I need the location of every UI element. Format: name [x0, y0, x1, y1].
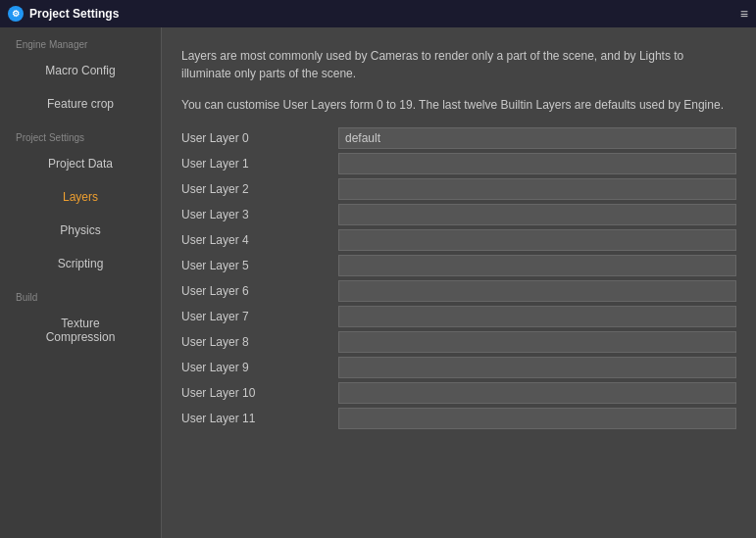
- sidebar-item-feature-crop[interactable]: Feature crop: [0, 87, 161, 121]
- content-area: Layers are most commonly used by Cameras…: [162, 27, 756, 538]
- layer-row: User Layer 8: [181, 331, 736, 353]
- sidebar-item-layers[interactable]: Layers: [0, 180, 161, 214]
- layer-row: User Layer 10: [181, 382, 736, 404]
- layer-label-9: User Layer 9: [181, 361, 338, 374]
- layer-label-4: User Layer 4: [181, 233, 338, 247]
- icon-symbol: ⚙: [12, 9, 20, 19]
- layer-row: User Layer 6: [181, 280, 736, 302]
- layer-input-10[interactable]: [338, 382, 736, 404]
- layer-row: User Layer 2: [181, 178, 736, 200]
- layer-input-5[interactable]: [338, 255, 736, 276]
- layer-input-8[interactable]: [338, 331, 736, 353]
- layer-row: User Layer 0: [181, 127, 736, 149]
- menu-icon[interactable]: ≡: [740, 6, 748, 22]
- project-settings-label: Project Settings: [0, 121, 161, 147]
- layer-row: User Layer 7: [181, 306, 736, 327]
- layer-row: User Layer 4: [181, 229, 736, 251]
- build-label: Build: [0, 280, 161, 307]
- layer-input-3[interactable]: [338, 204, 736, 225]
- layer-label-3: User Layer 3: [181, 208, 338, 221]
- sidebar-item-physics[interactable]: Physics: [0, 214, 161, 247]
- layer-input-0[interactable]: [338, 127, 736, 149]
- layer-input-7[interactable]: [338, 306, 736, 327]
- layer-label-11: User Layer 11: [181, 412, 338, 425]
- layer-row: User Layer 9: [181, 357, 736, 378]
- layer-label-8: User Layer 8: [181, 335, 338, 349]
- layer-label-5: User Layer 5: [181, 259, 338, 272]
- main-layout: Engine Manager Macro Config Feature crop…: [0, 27, 756, 538]
- layer-label-0: User Layer 0: [181, 131, 338, 145]
- sidebar: Engine Manager Macro Config Feature crop…: [0, 27, 162, 538]
- layer-label-6: User Layer 6: [181, 284, 338, 298]
- title-left: ⚙ Project Settings: [8, 6, 119, 22]
- layer-row: User Layer 1: [181, 153, 736, 174]
- layers-list: User Layer 0User Layer 1User Layer 2User…: [181, 127, 736, 429]
- engine-manager-label: Engine Manager: [0, 27, 161, 54]
- layer-row: User Layer 11: [181, 408, 736, 429]
- layer-input-6[interactable]: [338, 280, 736, 302]
- layer-label-10: User Layer 10: [181, 386, 338, 400]
- layer-input-1[interactable]: [338, 153, 736, 174]
- sidebar-item-texture-compression[interactable]: TextureCompression: [0, 307, 161, 354]
- description-2: You can customise User Layers form 0 to …: [181, 96, 736, 114]
- layer-label-7: User Layer 7: [181, 310, 338, 323]
- title-bar: ⚙ Project Settings ≡: [0, 0, 756, 27]
- app-icon: ⚙: [8, 6, 24, 22]
- window-title: Project Settings: [29, 7, 119, 21]
- sidebar-item-project-data[interactable]: Project Data: [0, 147, 161, 180]
- sidebar-item-scripting[interactable]: Scripting: [0, 247, 161, 280]
- layer-input-2[interactable]: [338, 178, 736, 200]
- layer-label-1: User Layer 1: [181, 157, 338, 171]
- layer-input-4[interactable]: [338, 229, 736, 251]
- layer-row: User Layer 3: [181, 204, 736, 225]
- sidebar-item-macro-config[interactable]: Macro Config: [0, 54, 161, 87]
- layer-label-2: User Layer 2: [181, 182, 338, 196]
- layer-input-9[interactable]: [338, 357, 736, 378]
- layer-row: User Layer 5: [181, 255, 736, 276]
- description-1: Layers are most commonly used by Cameras…: [181, 47, 736, 82]
- layer-input-11[interactable]: [338, 408, 736, 429]
